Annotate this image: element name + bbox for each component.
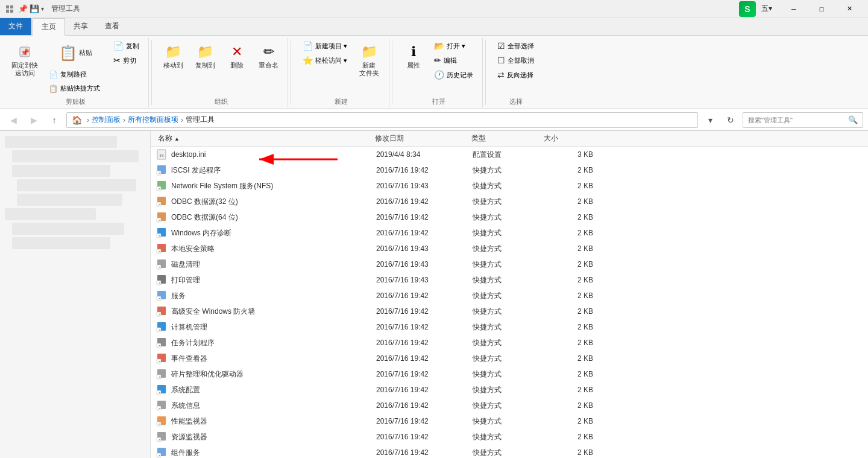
select-none-button[interactable]: ☐ 全部取消 bbox=[493, 54, 538, 67]
file-row[interactable]: ↗ 计算机管理 2016/7/16 19:42 快捷方式 2 KB bbox=[151, 319, 868, 335]
new-folder-button[interactable]: 📁 新建文件夹 bbox=[354, 39, 384, 80]
file-row[interactable]: ↗ Network File System 服务(NFS) 2016/7/16 … bbox=[151, 178, 868, 194]
divider-4 bbox=[485, 40, 486, 105]
refresh-button[interactable]: ↻ bbox=[722, 112, 739, 129]
easy-access-button[interactable]: ⭐ 轻松访问 ▾ bbox=[298, 54, 351, 67]
file-row[interactable]: ↗ 资源监视器 2016/7/16 19:42 快捷方式 2 KB bbox=[151, 429, 868, 445]
file-date-3: 2016/7/16 19:43 bbox=[376, 182, 473, 190]
file-icon-2: ↗ bbox=[156, 164, 168, 176]
back-button[interactable]: ◀ bbox=[5, 112, 22, 129]
search-input[interactable] bbox=[748, 116, 846, 124]
search-icon[interactable]: 🔍 bbox=[848, 115, 858, 124]
pin-to-quick-access-button[interactable]: 📌 固定到快速访问 bbox=[7, 39, 42, 80]
file-name-17: 系统信息 bbox=[171, 401, 376, 411]
file-icon-19: ↗ bbox=[156, 431, 168, 443]
ribbon-content: 📌 固定到快速访问 📋 粘贴 📄 复制路径 📋 粘贴快捷方式 bbox=[0, 36, 868, 109]
minimize-button[interactable]: ─ bbox=[780, 0, 808, 18]
file-row[interactable]: ↗ 性能监视器 2016/7/16 19:42 快捷方式 2 KB bbox=[151, 413, 868, 429]
file-row[interactable]: ↗ 本地安全策略 2016/7/16 19:43 快捷方式 2 KB bbox=[151, 241, 868, 256]
properties-button[interactable]: ℹ 属性 bbox=[400, 39, 427, 72]
file-row[interactable]: ↗ 任务计划程序 2016/7/16 19:42 快捷方式 2 KB bbox=[151, 335, 868, 351]
invert-select-icon: ⇄ bbox=[497, 70, 505, 80]
cut-icon: ✂ bbox=[113, 56, 121, 65]
file-name-12: 计算机管理 bbox=[171, 322, 376, 332]
file-row[interactable]: ↗ 组件服务 2016/7/16 19:42 快捷方式 2 KB bbox=[151, 445, 868, 458]
file-row[interactable]: ↗ 高级安全 Windows 防火墙 2016/7/16 19:42 快捷方式 … bbox=[151, 304, 868, 319]
file-size-6: 2 KB bbox=[545, 229, 593, 237]
paste-shortcut-button[interactable]: 📋 粘贴快捷方式 bbox=[45, 82, 104, 95]
file-row[interactable]: ↗ ODBC 数据源(64 位) 2016/7/16 19:42 快捷方式 2 … bbox=[151, 209, 868, 225]
file-name-7: 本地安全策略 bbox=[171, 244, 376, 254]
col-header-type[interactable]: 类型 bbox=[469, 133, 541, 144]
open-group-label: 打开 bbox=[432, 96, 445, 106]
invert-select-button[interactable]: ⇄ 反向选择 bbox=[493, 68, 538, 81]
file-row[interactable]: ↗ 系统配置 2016/7/16 19:42 快捷方式 2 KB bbox=[151, 382, 868, 398]
quick-access-dropdown[interactable]: ▾ bbox=[41, 5, 44, 12]
paste-shortcut-label: 粘贴快捷方式 bbox=[60, 84, 100, 93]
file-row[interactable]: ↗ ODBC 数据源(32 位) 2016/7/16 19:42 快捷方式 2 … bbox=[151, 194, 868, 209]
file-icon-15: ↗ bbox=[156, 368, 168, 380]
file-type-14: 快捷方式 bbox=[473, 354, 545, 364]
maximize-button[interactable]: □ bbox=[808, 0, 835, 18]
file-type-9: 快捷方式 bbox=[473, 275, 545, 285]
svg-text:↗: ↗ bbox=[158, 250, 160, 253]
file-row[interactable]: ↗ Windows 内存诊断 2016/7/16 19:42 快捷方式 2 KB bbox=[151, 225, 868, 241]
tab-share[interactable]: 共享 bbox=[65, 18, 96, 35]
file-row[interactable]: ↗ 磁盘清理 2016/7/16 19:43 快捷方式 2 KB bbox=[151, 256, 868, 272]
path-sep-2: › bbox=[181, 116, 183, 124]
quick-access-save[interactable]: 💾 bbox=[30, 4, 39, 13]
file-row[interactable]: ↗ 碎片整理和优化驱动器 2016/7/16 19:42 快捷方式 2 KB bbox=[151, 366, 868, 382]
file-name-4: ODBC 数据源(32 位) bbox=[171, 197, 376, 207]
rename-button[interactable]: ✏ 重命名 bbox=[254, 39, 283, 72]
file-row[interactable]: ↗ 服务 2016/7/16 19:42 快捷方式 2 KB bbox=[151, 288, 868, 304]
tab-home[interactable]: 主页 bbox=[33, 18, 65, 36]
file-date-7: 2016/7/16 19:43 bbox=[376, 244, 473, 253]
quick-access-pin[interactable]: 📌 bbox=[18, 4, 28, 13]
file-name-14: 事件查看器 bbox=[171, 354, 376, 364]
wu-app-icon[interactable]: 五▾ bbox=[758, 1, 775, 17]
file-date-1: 2019/4/4 8:34 bbox=[376, 150, 473, 159]
new-item-button[interactable]: 📄 新建项目 ▾ bbox=[298, 39, 351, 52]
cut-button[interactable]: ✂ 剪切 bbox=[109, 54, 143, 67]
file-row[interactable]: ↗ iSCSI 发起程序 2016/7/16 19:42 快捷方式 2 KB bbox=[151, 162, 868, 178]
clipboard-group-label: 剪贴板 bbox=[66, 96, 86, 106]
s-app-icon[interactable]: S bbox=[739, 1, 756, 17]
history-button[interactable]: 🕐 历史记录 bbox=[430, 68, 477, 81]
move-to-button[interactable]: 📁 移动到 bbox=[159, 39, 187, 72]
close-button[interactable]: ✕ bbox=[835, 0, 863, 18]
tab-file[interactable]: 文件 bbox=[0, 18, 31, 35]
history-icon: 🕐 bbox=[434, 70, 444, 80]
paste-button[interactable]: 📋 粘贴 bbox=[45, 39, 104, 67]
title-bar-left: 📌 💾 ▾ 管理工具 bbox=[5, 4, 80, 14]
file-row[interactable]: ini desktop.ini 2019/4/4 8:34 配置设置 3 KB bbox=[151, 147, 868, 162]
copy-label: 复制 bbox=[126, 42, 139, 51]
forward-button[interactable]: ▶ bbox=[25, 112, 42, 129]
paste-label: 粘贴 bbox=[79, 49, 92, 57]
file-name-3: Network File System 服务(NFS) bbox=[171, 181, 376, 191]
delete-button[interactable]: ✕ 删除 bbox=[223, 39, 251, 72]
up-button[interactable]: ↑ bbox=[46, 112, 63, 129]
file-row[interactable]: ↗ 打印管理 2016/7/16 19:43 快捷方式 2 KB bbox=[151, 272, 868, 288]
col-header-date[interactable]: 修改日期 bbox=[373, 133, 469, 144]
svg-text:↗: ↗ bbox=[158, 344, 160, 348]
select-all-label: 全部选择 bbox=[508, 42, 534, 51]
col-header-name[interactable]: 名称 ▲ bbox=[156, 133, 373, 144]
file-row[interactable]: ↗ 系统信息 2016/7/16 19:42 快捷方式 2 KB bbox=[151, 398, 868, 413]
address-path[interactable]: 🏠 › 控制面板 › 所有控制面板项 › 管理工具 bbox=[66, 112, 698, 128]
path-seg-control-panel[interactable]: 控制面板 bbox=[92, 115, 121, 125]
file-list-header: 名称 ▲ 修改日期 类型 大小 bbox=[151, 131, 868, 147]
file-icon-18: ↗ bbox=[156, 415, 168, 427]
copy-button[interactable]: 📄 复制 bbox=[109, 39, 143, 52]
col-header-size[interactable]: 大小 bbox=[541, 133, 590, 144]
path-dropdown-button[interactable]: ▾ bbox=[702, 112, 719, 129]
search-box[interactable]: 🔍 bbox=[743, 112, 863, 128]
ribbon-group-new-items: 📄 新建项目 ▾ ⭐ 轻松访问 ▾ 📁 新建文件夹 bbox=[298, 39, 384, 95]
path-seg-all-items[interactable]: 所有控制面板项 bbox=[128, 115, 178, 125]
select-all-button[interactable]: ☑ 全部选择 bbox=[493, 39, 538, 52]
tab-view[interactable]: 查看 bbox=[96, 18, 128, 35]
copy-to-button[interactable]: 📁 复制到 bbox=[191, 39, 219, 72]
file-row[interactable]: ↗ 事件查看器 2016/7/16 19:42 快捷方式 2 KB bbox=[151, 351, 868, 366]
copy-path-button[interactable]: 📄 复制路径 bbox=[45, 68, 104, 81]
edit-button[interactable]: ✏ 编辑 bbox=[430, 54, 477, 67]
open-button[interactable]: 📂 打开 ▾ bbox=[430, 39, 477, 52]
